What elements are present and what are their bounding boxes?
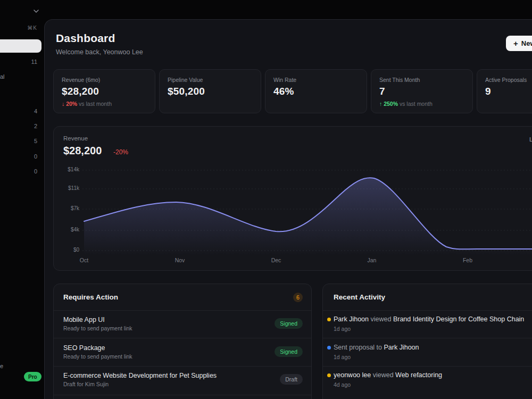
action-item-title: E-commerce Website Development for Pet S… — [63, 372, 217, 379]
date-range-selector[interactable]: Last 6 months — [529, 136, 532, 143]
revenue-chart-card: Revenue $28,200 -20% Last 6 months $14k … — [53, 126, 532, 271]
new-proposal-button[interactable]: + New — [506, 36, 532, 51]
kpi-row: Revenue (6mo) $28,200 ↓ 20% vs last mont… — [53, 69, 532, 113]
y-axis-tick: $4k — [57, 227, 79, 232]
action-item-title: SEO Package — [63, 344, 105, 352]
app-window: ⌘K 11 al 4 2 5 0 0 e Pro Dashboard Welco… — [0, 0, 532, 399]
kpi-card-active-proposals: Active Proposals 9 — [477, 69, 532, 113]
kpi-label: Revenue (6mo) — [62, 77, 147, 83]
x-axis-tick: Nov — [175, 257, 185, 263]
sidebar-count-badge: 0 — [0, 153, 37, 160]
sidebar-truncated-label: e — [0, 363, 3, 369]
sidebar-truncated-label: al — [0, 73, 5, 80]
x-axis-tick: Oct — [80, 257, 88, 263]
y-axis-tick: $11k — [57, 185, 79, 191]
activity-object: Web refactoring — [395, 371, 442, 379]
activity-time: 1d ago — [334, 354, 351, 360]
activity-object: Brand Identity Design for Coffee Shop Ch… — [393, 315, 524, 323]
page-subtitle: Welcome back, Yeonwoo Lee — [56, 48, 143, 56]
chart-label: Revenue — [63, 135, 88, 142]
divider — [54, 366, 311, 367]
kpi-card-win-rate: Win Rate 46% — [265, 69, 367, 113]
activity-dot-icon — [327, 318, 331, 321]
requires-action-count-badge: 6 — [293, 293, 303, 302]
kpi-label: Win Rate — [273, 77, 359, 83]
pro-plan-badge[interactable]: Pro — [24, 372, 41, 381]
kpi-value: $28,200 — [62, 86, 147, 97]
requires-action-card: Requires Action 6 Mobile App UI Ready to… — [53, 284, 312, 399]
activity-object: Park Jihoon — [384, 344, 419, 351]
y-axis-tick: $14k — [57, 167, 79, 172]
activity-actor: Park Jihoon — [334, 315, 369, 323]
activity-dot-icon — [327, 346, 331, 350]
plus-icon: + — [513, 39, 518, 47]
sidebar-count-badge: 2 — [0, 123, 37, 129]
revenue-line-chart — [80, 164, 532, 255]
kpi-delta-suffix: vs last month — [400, 101, 433, 107]
main-panel: Dashboard Welcome back, Yeonwoo Lee + Ne… — [44, 19, 532, 399]
kpi-value: 7 — [379, 86, 464, 97]
kpi-value: 46% — [273, 86, 359, 97]
command-k-shortcut-hint: ⌘K — [0, 25, 37, 31]
sidebar-count-badge: 0 — [0, 168, 37, 174]
card-title: Requires Action — [63, 293, 118, 301]
activity-action: viewed — [371, 371, 395, 379]
action-item-title: Mobile App UI — [63, 316, 105, 323]
new-button-label: New — [521, 39, 532, 47]
kpi-label: Pipeline Value — [168, 77, 253, 83]
divider — [54, 310, 311, 311]
activity-time: 1d ago — [334, 326, 351, 332]
status-badge: Signed — [275, 318, 303, 329]
arrow-up-icon: ↑ — [379, 101, 382, 107]
activity-text: yeonwoo lee viewed Web refactoring — [334, 371, 532, 379]
sidebar: ⌘K 11 al 4 2 5 0 0 e Pro — [0, 0, 44, 399]
x-axis-tick: Jan — [368, 257, 377, 263]
activity-dot-icon — [327, 373, 331, 377]
activity-action: viewed — [369, 315, 393, 323]
kpi-delta-suffix: vs last month — [79, 101, 112, 107]
kpi-card-sent: Sent This Month 7 ↑ 250% vs last month — [371, 69, 473, 113]
kpi-value: 9 — [485, 86, 532, 97]
kpi-label: Active Proposals — [485, 77, 532, 83]
divider — [323, 366, 532, 367]
y-axis-tick: $7k — [57, 205, 79, 211]
kpi-card-revenue: Revenue (6mo) $28,200 ↓ 20% vs last mont… — [53, 69, 155, 113]
page-title: Dashboard — [56, 32, 115, 45]
revenue-area-fill — [84, 178, 532, 255]
divider — [54, 338, 311, 338]
kpi-delta-pct: 250% — [384, 101, 398, 107]
activity-actor: yeonwoo lee — [334, 371, 371, 379]
x-axis-tick: Feb — [463, 257, 472, 263]
chart-delta: -20% — [113, 148, 128, 156]
action-item-subtitle: Ready to send payment link — [63, 325, 132, 331]
kpi-delta: ↓ 20% vs last month — [62, 101, 147, 107]
chart-value: $28,200 — [63, 145, 102, 157]
action-item-subtitle: Ready to send payment link — [63, 353, 132, 360]
kpi-label: Sent This Month — [379, 77, 464, 83]
recent-activity-card: Recent Activity Park Jihoon viewed Brand… — [322, 284, 532, 399]
activity-text: Park Jihoon viewed Brand Identity Design… — [334, 315, 532, 323]
kpi-delta: ↑ 250% vs last month — [379, 101, 464, 107]
divider — [323, 310, 532, 311]
status-badge: Signed — [275, 346, 303, 357]
kpi-value: $50,200 — [168, 86, 253, 97]
x-axis-tick: Dec — [271, 257, 281, 263]
kpi-delta-pct: 20% — [66, 101, 77, 107]
divider — [323, 338, 532, 338]
sidebar-active-item[interactable] — [0, 39, 41, 53]
activity-text: Sent proposal to Park Jihoon — [334, 344, 532, 351]
y-axis-tick: $0 — [57, 247, 79, 253]
activity-time: 4d ago — [334, 381, 351, 388]
card-title: Recent Activity — [334, 293, 385, 301]
action-item-subtitle: Draft for Kim Sujin — [63, 381, 109, 387]
chevron-down-icon[interactable] — [32, 7, 40, 15]
sidebar-count-badge: 4 — [0, 108, 37, 114]
sidebar-count-badge: 11 — [0, 59, 37, 65]
status-badge: Draft — [280, 374, 303, 385]
activity-action: Sent proposal to — [334, 344, 384, 351]
divider — [54, 395, 311, 395]
kpi-card-pipeline: Pipeline Value $50,200 — [159, 69, 261, 113]
sidebar-count-badge: 5 — [0, 138, 37, 144]
arrow-down-icon: ↓ — [62, 101, 64, 107]
